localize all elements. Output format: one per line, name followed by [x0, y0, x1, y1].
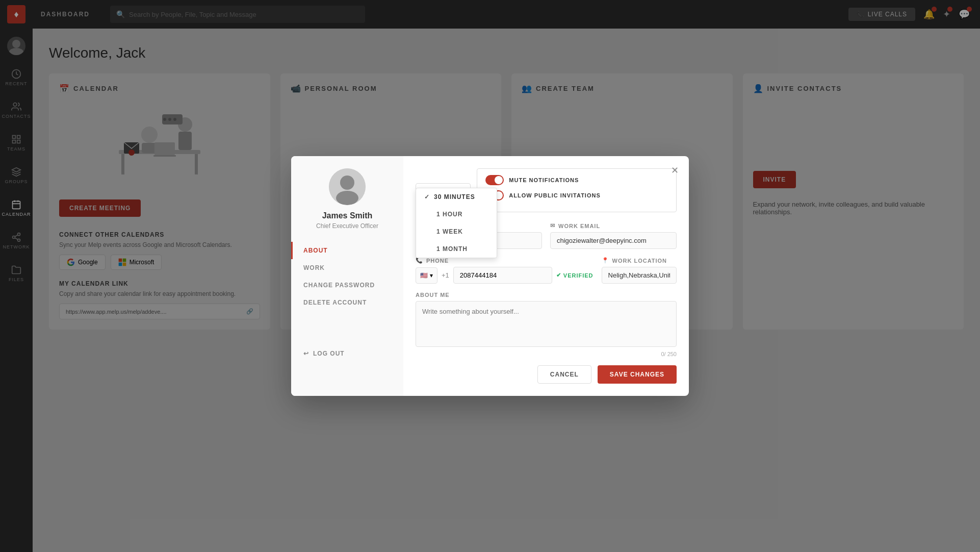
char-count: 0/ 250	[416, 351, 677, 357]
modal-nav: ABOUT WORK CHANGE PASSWORD DELETE ACCOUN…	[291, 242, 403, 311]
modal-footer: CANCEL SAVE CHANGES	[416, 365, 677, 384]
modal-nav-about[interactable]: ABOUT	[291, 242, 403, 259]
mail-icon: ✉	[550, 222, 555, 229]
modal-main-content: ✕ ONLINE ▾ ✓ 30 MINUTES 1 HOUR	[403, 156, 689, 396]
dropdown-item-30min[interactable]: ✓ 30 MINUTES	[416, 188, 497, 206]
phone-field-group: 📞 PHONE 🇺🇸 ▾ +1 ✔ VERIFIED	[416, 257, 594, 284]
cancel-button[interactable]: CANCEL	[537, 365, 591, 384]
check-circle-icon: ✔	[556, 272, 561, 279]
modal-sidebar: James Smith Chief Executive Officer ABOU…	[291, 156, 403, 396]
dropdown-item-1month[interactable]: 1 MONTH	[416, 240, 497, 258]
dropdown-item-1week[interactable]: 1 WEEK	[416, 223, 497, 240]
save-changes-button[interactable]: SAVE CHANGES	[598, 365, 677, 384]
mute-notifications-label: MUTE NOTIFICATIONS	[509, 177, 579, 183]
mute-notifications-row: MUTE NOTIFICATIONS	[485, 175, 668, 185]
logout-button[interactable]: ↩ LOG OUT	[291, 342, 403, 361]
svg-point-39	[336, 191, 358, 205]
work-email-field-group: ✉ WORK EMAIL	[550, 222, 677, 249]
phone-row: 🇺🇸 ▾ +1 ✔ VERIFIED	[416, 267, 594, 284]
check-icon: ✓	[424, 193, 430, 200]
country-select[interactable]: 🇺🇸 ▾	[416, 267, 437, 284]
modal-nav-delete-account[interactable]: DELETE ACCOUNT	[291, 294, 403, 311]
work-email-label: ✉ WORK EMAIL	[550, 222, 677, 229]
about-me-label: ABOUT ME	[416, 292, 677, 298]
modal-user-role: Chief Executive Officer	[291, 222, 403, 230]
location-icon: 📍	[602, 257, 609, 264]
mute-notifications-toggle[interactable]	[485, 175, 504, 185]
about-me-textarea[interactable]	[416, 301, 677, 347]
modal-user-name: James Smith	[291, 211, 403, 220]
phone-location-row: 📞 PHONE 🇺🇸 ▾ +1 ✔ VERIFIED	[416, 257, 677, 284]
verified-badge: ✔ VERIFIED	[556, 272, 594, 279]
modal-nav-work[interactable]: WORK	[291, 259, 403, 277]
modal-nav-change-password[interactable]: CHANGE PASSWORD	[291, 277, 403, 294]
phone-input[interactable]	[453, 267, 552, 284]
allow-public-invitations-row: ALLOW PUBLIC INVITATIONS	[485, 190, 668, 200]
work-location-field-group: 📍 WORK LOCATION	[602, 257, 677, 284]
notifications-panel: MUTE NOTIFICATIONS ALLOW PUBLIC INVITATI…	[477, 168, 677, 212]
modal-overlay: James Smith Chief Executive Officer ABOU…	[0, 0, 980, 552]
phone-prefix: +1	[442, 271, 449, 279]
about-me-group: ABOUT ME 0/ 250	[416, 292, 677, 357]
toggle-knob	[495, 176, 503, 184]
modal-avatar	[329, 168, 366, 205]
svg-point-38	[340, 175, 354, 190]
status-bar: ONLINE ▾ ✓ 30 MINUTES 1 HOUR 1 WE	[416, 168, 677, 212]
status-dropdown-menu: ✓ 30 MINUTES 1 HOUR 1 WEEK 1 MONTH	[416, 188, 497, 258]
profile-modal: James Smith Chief Executive Officer ABOU…	[291, 156, 689, 396]
close-button[interactable]: ✕	[668, 164, 681, 177]
work-email-input[interactable]	[550, 232, 677, 249]
allow-public-invitations-label: ALLOW PUBLIC INVITATIONS	[509, 192, 600, 198]
work-location-label: 📍 WORK LOCATION	[602, 257, 677, 264]
logout-icon: ↩	[303, 350, 309, 357]
work-location-input[interactable]	[602, 267, 677, 284]
dropdown-item-1hour[interactable]: 1 HOUR	[416, 206, 497, 223]
